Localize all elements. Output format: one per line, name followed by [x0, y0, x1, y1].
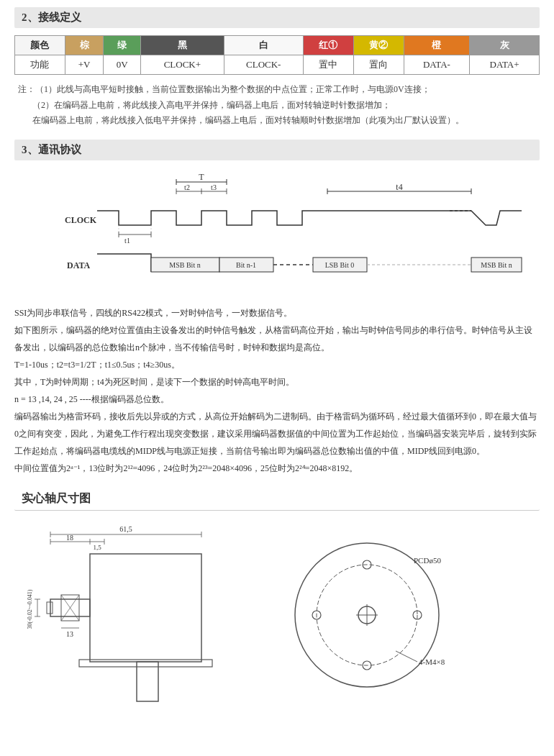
section2-title: 2、接线定义 [14, 7, 540, 28]
para-0: SSI为同步串联信号，四线的RS422模式，一对时钟信号，一对数据信号。 [14, 304, 540, 322]
para-6: 中间位置值为2ⁿ⁻¹，13位时为2¹²=4096，24位时为2²³=2048×4… [14, 460, 540, 477]
svg-text:MSB Bit n: MSB Bit n [481, 261, 512, 269]
svg-rect-57 [137, 662, 158, 701]
section3-title: 3、通讯协议 [14, 140, 540, 160]
section4-title: 实心轴尺寸图 [14, 488, 540, 511]
svg-rect-45 [90, 554, 201, 662]
cell-clkplus: CLOCK+ [141, 55, 224, 75]
svg-text:Bit n-1: Bit n-1 [236, 261, 256, 269]
svg-text:DATA: DATA [67, 260, 91, 270]
col-black: 黑 [141, 36, 224, 55]
note-3: 在编码器上电前，将此线接入低电平并保持，编码器上电后，面对转轴顺时针数据增加（此… [18, 113, 540, 129]
section2: 2、接线定义 颜色 棕 绿 黑 白 红① 黄② 橙 灰 功能 +V 0V CLO… [14, 7, 540, 129]
section4: 实心轴尺寸图 61,5 18 1,5 [14, 488, 540, 723]
para-2: T=1-10us；t2=t3=1/2T；t1≤0.5us；t4≥30us。 [14, 356, 540, 373]
col-red: 红① [303, 36, 353, 55]
para-4: n = 13 ,14, 24 , 25 ----根据编码器总位数。 [14, 391, 540, 408]
svg-rect-58 [79, 660, 212, 667]
svg-text:13: 13 [66, 630, 73, 638]
svg-text:MSB Bit n: MSB Bit n [169, 261, 200, 269]
wiring-notes: 注：（1）此线与高电平短时接触，当前位置数据输出为整个数据的中点位置；正常工作时… [14, 82, 540, 129]
svg-text:61,5: 61,5 [119, 525, 132, 533]
svg-text:t1: t1 [124, 237, 130, 245]
table-data-row: 功能 +V 0V CLOCK+ CLOCK- 置中 置向 DATA- DATA+ [15, 55, 540, 75]
section3: 3、通讯协议 T t2 t3 t4 CLOCK [14, 140, 540, 477]
col-green: 绿 [104, 36, 141, 55]
cell-dataplus: DATA+ [470, 55, 540, 75]
col-grey: 灰 [470, 36, 540, 55]
table-header-row: 颜色 棕 绿 黑 白 红① 黄② 橙 灰 [15, 36, 540, 55]
note-2: （2）在编码器上电前，将此线接入高电平并保持，编码器上电后，面对转轴逆时针数据增… [18, 98, 540, 114]
svg-text:t3: t3 [211, 183, 217, 191]
svg-text:4-M4×8: 4-M4×8 [419, 657, 445, 666]
shaft-diagram: 61,5 18 1,5 13 [22, 522, 540, 723]
note-1: 注：（1）此线与高电平短时接触，当前位置数据输出为整个数据的中点位置；正常工作时… [18, 82, 540, 98]
svg-text:t2: t2 [184, 183, 190, 191]
svg-text:1,5: 1,5 [93, 544, 101, 551]
shaft-side-view: 61,5 18 1,5 13 [22, 522, 230, 723]
col-white: 白 [224, 36, 303, 55]
wiring-table: 颜色 棕 绿 黑 白 红① 黄② 橙 灰 功能 +V 0V CLOCK+ CLO… [14, 35, 540, 75]
svg-line-69 [396, 651, 417, 662]
timing-diagram: T t2 t3 t4 CLOCK [25, 171, 529, 293]
cell-dataminus: DATA- [404, 55, 469, 75]
svg-text:30(-0.02~-0.041): 30(-0.02~-0.041) [27, 589, 33, 629]
svg-text:18: 18 [66, 534, 73, 542]
col-orange: 橙 [404, 36, 469, 55]
svg-text:t4: t4 [396, 182, 402, 192]
col-color: 颜色 [15, 36, 65, 55]
cell-clkminus: CLOCK- [224, 55, 303, 75]
svg-text:PCDø50: PCDø50 [414, 556, 441, 565]
col-yellow: 黄② [353, 36, 404, 55]
svg-text:T: T [199, 172, 204, 182]
para-1: 如下图所示，编码器的绝对位置值由主设备发出的时钟信号触发，从格雷码高位开始，输出… [14, 322, 540, 356]
cell-midpoint: 置中 [303, 55, 353, 75]
svg-text:LSB Bit 0: LSB Bit 0 [325, 261, 355, 269]
svg-rect-47 [47, 602, 53, 614]
timing-text-block: SSI为同步串联信号，四线的RS422模式，一对时钟信号，一对数据信号。 如下图… [14, 304, 540, 477]
shaft-front-view: PCDø50 4-M4×8 [273, 522, 460, 723]
para-5: 编码器输出为格雷环码，接收后先以异或的方式，从高位开始解码为二进制码。由于格雷码… [14, 408, 540, 460]
cell-vplus: +V [65, 55, 103, 75]
cell-0v: 0V [104, 55, 141, 75]
row-label: 功能 [15, 55, 65, 75]
para-3: 其中，T为时钟周期；t4为死区时间，是读下一个数据的时钟高电平时间。 [14, 373, 540, 391]
timing-svg: T t2 t3 t4 CLOCK [25, 171, 529, 293]
cell-direction: 置向 [353, 55, 404, 75]
col-brown: 棕 [65, 36, 103, 55]
svg-text:CLOCK: CLOCK [65, 215, 97, 225]
